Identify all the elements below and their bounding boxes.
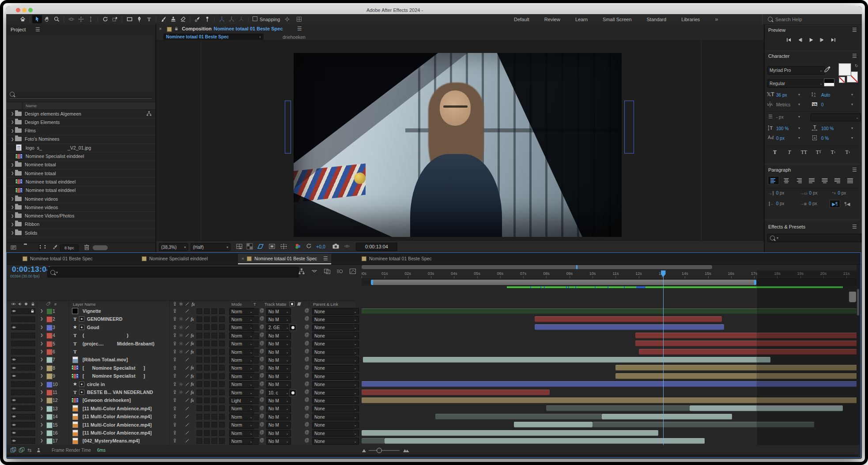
- workspace-tab-review[interactable]: Review: [544, 17, 560, 22]
- lock-toggle[interactable]: [30, 405, 35, 411]
- switch-cell[interactable]: [211, 398, 217, 403]
- label-color-chip[interactable]: [46, 373, 53, 379]
- timeline-tab[interactable]: Nominee totaal 01 Beste Spec: [19, 254, 96, 263]
- solo-toggle[interactable]: [23, 398, 29, 403]
- solo-toggle[interactable]: [23, 333, 29, 338]
- timeline-layer-row[interactable]: ❯4T( )fxNorm⌄@No M⌄@None⌄: [7, 331, 355, 340]
- collapse-switch[interactable]: [178, 324, 184, 330]
- twirl-icon[interactable]: ❯: [10, 222, 15, 226]
- anchor-switch[interactable]: [172, 324, 177, 330]
- project-search-input[interactable]: [10, 90, 152, 99]
- layer-name[interactable]: [11 Multi-Color Ambience.mp4]: [83, 414, 152, 419]
- timeline-layer-row[interactable]: ❯12[Gewoon driehoeken]fxLight⌄@No M⌄@Non…: [7, 396, 355, 405]
- audio-toggle[interactable]: [17, 398, 23, 403]
- audio-toggle[interactable]: [17, 316, 23, 322]
- twirl-icon[interactable]: ❯: [10, 231, 15, 235]
- proxy-toggle[interactable]: [93, 245, 108, 250]
- preserve-transparency-toggle[interactable]: [252, 308, 259, 315]
- workspace-tab-standard[interactable]: Standard: [647, 17, 667, 22]
- track-matte-pickwhip-icon[interactable]: @: [260, 316, 264, 321]
- justify-all-button[interactable]: [845, 176, 856, 184]
- twirl-icon[interactable]: ❯: [40, 317, 43, 321]
- effects-search-input[interactable]: ▾: [767, 234, 862, 242]
- blend-mode-dropdown[interactable]: Norm⌄: [229, 430, 255, 437]
- stroke-width-value[interactable]: - px: [776, 115, 784, 120]
- preserve-transparency-toggle[interactable]: [252, 333, 259, 339]
- project-settings-icon[interactable]: [52, 244, 58, 250]
- play-button-icon[interactable]: [808, 37, 815, 43]
- preserve-transparency-toggle[interactable]: [252, 414, 259, 420]
- label-color-chip[interactable]: [46, 341, 53, 347]
- switch-cell[interactable]: [219, 373, 225, 379]
- switch-cell[interactable]: [204, 308, 210, 314]
- swap-fill-stroke-icon[interactable]: ↻: [855, 64, 858, 68]
- twirl-icon[interactable]: ❯: [10, 205, 15, 209]
- work-area-bar[interactable]: [371, 280, 756, 285]
- breadcrumb-back-icon[interactable]: ‹: [259, 34, 261, 39]
- fx-switch[interactable]: fx: [189, 389, 195, 395]
- layer-duration-bar[interactable]: [514, 422, 593, 428]
- track-matte-dropdown[interactable]: No M⌄: [266, 341, 291, 348]
- track-matte-pickwhip-icon[interactable]: @: [260, 430, 264, 435]
- track-matte-dropdown[interactable]: No M⌄: [266, 349, 291, 356]
- audio-toggle[interactable]: [17, 324, 23, 330]
- anchor-switch[interactable]: [172, 397, 177, 403]
- twirl-icon[interactable]: ❯: [40, 366, 43, 370]
- switch-cell[interactable]: [219, 357, 225, 363]
- lock-toggle[interactable]: [30, 422, 35, 428]
- layer-duration-bar[interactable]: [535, 316, 722, 322]
- quality-switch[interactable]: [184, 438, 190, 444]
- space-before-field[interactable]: →▭ 0 px: [800, 191, 817, 195]
- time-navigator[interactable]: [362, 265, 712, 269]
- work-area-start-handle[interactable]: [371, 280, 373, 285]
- space-after-field[interactable]: ⁺≡ 0 px: [832, 191, 846, 195]
- fx-switch[interactable]: fx: [189, 397, 195, 403]
- help-search[interactable]: Search Help: [762, 14, 802, 24]
- eye-toggle[interactable]: [11, 438, 17, 444]
- project-item[interactable]: ❯Films: [6, 127, 155, 135]
- subscript-button[interactable]: T1: [842, 148, 853, 156]
- track-matte-pickwhip-icon[interactable]: @: [260, 356, 264, 361]
- solo-toggle[interactable]: [23, 308, 29, 314]
- switch-cell[interactable]: [196, 405, 202, 411]
- justify-last-left-button[interactable]: [807, 176, 817, 184]
- label-color-chip[interactable]: [46, 325, 53, 331]
- collapse-switch[interactable]: [178, 332, 184, 338]
- parent-pickwhip-icon[interactable]: @: [305, 308, 309, 313]
- label-color-chip[interactable]: [46, 349, 53, 355]
- solo-toggle[interactable]: [23, 365, 29, 371]
- faux-bold-button[interactable]: T: [769, 148, 781, 156]
- solo-toggle[interactable]: [23, 390, 29, 395]
- twirl-icon[interactable]: ❯: [10, 120, 15, 124]
- project-item[interactable]: ❯Solids: [6, 229, 155, 237]
- layer-duration-bar[interactable]: [362, 398, 858, 403]
- project-item[interactable]: ❯Design elements Algemeen: [6, 109, 155, 118]
- timeline-tab-label[interactable]: Nominee Specialist einddeel: [149, 256, 208, 261]
- label-color-chip[interactable]: [46, 422, 53, 428]
- parent-pickwhip-icon[interactable]: @: [305, 422, 309, 427]
- zoom-slider-thumb[interactable]: [377, 448, 382, 453]
- eye-toggle[interactable]: [11, 390, 17, 395]
- type-tool-icon[interactable]: T: [144, 15, 154, 23]
- breadcrumb-comp-name[interactable]: Nominee totaal 01 Beste Spec: [166, 34, 229, 39]
- switch-cell[interactable]: [219, 341, 225, 346]
- twirl-icon[interactable]: ❯: [10, 214, 15, 218]
- layer-name[interactable]: [042_MysteryMeans.mp4]: [83, 438, 140, 443]
- switch-cell[interactable]: [204, 324, 210, 330]
- preserve-transparency-toggle[interactable]: [252, 398, 259, 404]
- timeline-zoom-slider[interactable]: [369, 450, 400, 451]
- label-color-chip[interactable]: [46, 430, 53, 436]
- timeline-layer-row[interactable]: ❯14[11 Multi-Color Ambience.mp4]Norm⌄@No…: [7, 412, 355, 421]
- parent-link-dropdown[interactable]: None⌄: [312, 397, 359, 404]
- timeline-layer-row[interactable]: ❯17[042_MysteryMeans.mp4]Norm⌄@No M⌄@Non…: [7, 437, 355, 445]
- switch-cell[interactable]: [204, 365, 210, 371]
- switch-cell[interactable]: [211, 390, 217, 395]
- lock-toggle[interactable]: [30, 414, 35, 420]
- bit-depth-button[interactable]: 8 bpc: [60, 244, 79, 251]
- switch-cell[interactable]: [204, 414, 210, 420]
- project-item[interactable]: ❯Foto's Nominees: [6, 135, 155, 144]
- parent-link-dropdown[interactable]: None⌄: [312, 332, 359, 339]
- track-matte-dropdown[interactable]: No M⌄: [266, 316, 291, 323]
- axis-world-icon[interactable]: [226, 15, 236, 23]
- lock-toggle[interactable]: [30, 398, 35, 403]
